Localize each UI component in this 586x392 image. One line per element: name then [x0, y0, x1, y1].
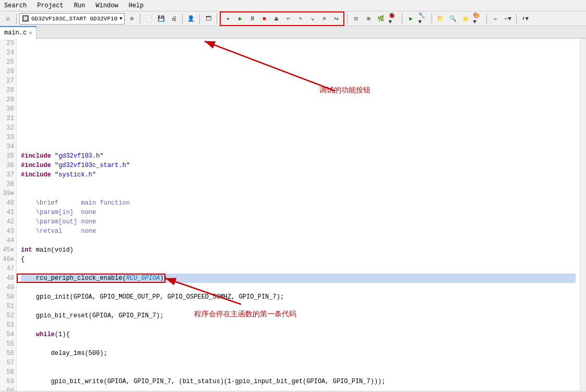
- code-line: while(1){: [21, 330, 576, 339]
- sep1: [16, 14, 17, 24]
- search-button[interactable]: 👤: [185, 13, 197, 25]
- editor-container: 2324252627282930313233343536373839⊕40414…: [0, 39, 586, 391]
- disconnect-button[interactable]: ⏏: [270, 13, 282, 25]
- code-line: [21, 57, 576, 67]
- code-line: #include "gd32vf103c_start.h": [21, 161, 576, 170]
- more-button[interactable]: ⋯▼: [502, 13, 513, 25]
- code-line: rcu_periph_clock_enable(RCU_GPIOA);: [21, 274, 576, 283]
- code-line: \retval none: [21, 227, 576, 236]
- menu-window[interactable]: Window: [93, 2, 120, 10]
- run-opts-button[interactable]: 🔧▼: [417, 13, 429, 25]
- instruction-step-button[interactable]: ≡: [318, 13, 330, 25]
- code-line: [21, 320, 576, 330]
- print-button[interactable]: 🖨: [168, 13, 180, 25]
- chevron-down-icon: ▼: [119, 16, 122, 21]
- debug-opts-button[interactable]: 🐞▼: [388, 13, 399, 25]
- sep5: [217, 14, 217, 24]
- code-line: [21, 133, 576, 142]
- step-into2-button[interactable]: ↘: [306, 13, 318, 25]
- sep10: [516, 14, 517, 24]
- code-line: {: [21, 255, 576, 264]
- menu-help[interactable]: Help: [126, 2, 146, 10]
- code-line: [21, 189, 576, 198]
- code-line: [21, 180, 576, 189]
- step-into-button[interactable]: ▸: [222, 13, 234, 25]
- code-line: delay_1ms(500);: [21, 349, 576, 358]
- code-line: [21, 95, 576, 104]
- menu-run[interactable]: Run: [72, 2, 88, 10]
- sep7: [402, 14, 402, 24]
- open-tasks-button[interactable]: 🌿: [375, 13, 387, 25]
- code-line: gpio_bit_write(GPIOA, GPIO_PIN_7, (bit_s…: [21, 377, 576, 386]
- code-area[interactable]: #include "gd32vf103.h"#include "gd32vf10…: [17, 39, 580, 391]
- edit-button[interactable]: ✏: [489, 13, 501, 25]
- code-line: gpio_init(GPIOA, GPIO_MODE_OUT_PP, GPIO_…: [21, 292, 576, 302]
- code-line: [21, 39, 576, 48]
- code-line: int main(void): [21, 245, 576, 255]
- code-line: [21, 114, 576, 123]
- tab-main-c[interactable]: main.c ✕: [0, 26, 37, 39]
- run-button[interactable]: ▶: [405, 13, 416, 25]
- code-line: gpio_bit_reset(GPIOA, GPIO_PIN_7);: [21, 311, 576, 320]
- device-icon: 🔲: [22, 15, 29, 22]
- code-line: [21, 339, 576, 349]
- tab-bar: main.c ✕: [0, 26, 586, 39]
- code-line: \brief main function: [21, 198, 576, 208]
- code-line: \param[out] none: [21, 217, 576, 227]
- step-over-button[interactable]: ↷: [294, 13, 306, 25]
- open-button[interactable]: 📁: [435, 13, 446, 25]
- device-name: GD32VF103C_START GD32VF10: [31, 16, 117, 22]
- sep9: [486, 14, 487, 24]
- app-window: Search Project Run Window Help ☑ 🔲 GD32V…: [0, 0, 586, 392]
- jump-to-button[interactable]: ↪: [330, 13, 342, 25]
- sep2: [140, 14, 140, 24]
- device-selector[interactable]: 🔲 GD32VF103C_START GD32VF10 ▼: [19, 13, 125, 25]
- download-button[interactable]: ⬇▼: [519, 13, 531, 25]
- search2-button[interactable]: 🔍: [447, 13, 459, 25]
- save-button[interactable]: 💾: [156, 13, 167, 25]
- code-line: [21, 236, 576, 245]
- debug-toolbar: ▸ ▶ ⏸ ■ ⏏ ↩ ↷ ↘ ≡ ↪: [220, 11, 344, 26]
- toolbar-row1: ☑ 🔲 GD32VF103C_START GD32VF10 ▼ ⚙ 📄 💾 🖨 …: [0, 11, 586, 26]
- step-return-button[interactable]: ↩: [282, 13, 294, 25]
- code-line: [21, 283, 576, 292]
- tab-close-icon[interactable]: ✕: [29, 30, 32, 36]
- suspend-button[interactable]: ⏸: [246, 13, 258, 25]
- code-line: [21, 358, 576, 367]
- debug-annotation-label: 调试的功能按钮: [319, 86, 370, 95]
- gear-icon[interactable]: ⚙: [126, 13, 137, 25]
- code-line: [21, 48, 576, 57]
- sep4: [199, 14, 200, 24]
- expressions-button[interactable]: ⊞: [363, 13, 374, 25]
- star-button[interactable]: ⭐: [460, 13, 471, 25]
- code-line: [21, 86, 576, 95]
- code-line: #include "gd32vf103.h": [21, 151, 576, 161]
- sep8: [432, 14, 432, 24]
- stop-annotation-label: 程序会停在主函数的第一条代码: [194, 310, 296, 319]
- code-line: [21, 104, 576, 114]
- code-line: \param[in] none: [21, 208, 576, 217]
- properties-button[interactable]: 🗔: [202, 13, 214, 25]
- vertical-scrollbar[interactable]: [580, 39, 586, 391]
- code-line: [21, 67, 576, 76]
- code-line: [21, 142, 576, 151]
- line-numbers: 2324252627282930313233343536373839⊕40414…: [0, 39, 17, 391]
- code-line: [21, 264, 576, 274]
- sep6: [347, 14, 348, 24]
- resume-button[interactable]: ▶: [234, 13, 246, 25]
- toolbar-check[interactable]: ☑: [2, 13, 14, 25]
- code-line: [21, 123, 576, 133]
- new-file-button[interactable]: 📄: [143, 13, 154, 25]
- sep3: [182, 14, 183, 24]
- code-line: #include "systick.h": [21, 170, 576, 180]
- paint-button[interactable]: 🎨▼: [472, 13, 484, 25]
- menu-bar: Search Project Run Window Help: [0, 0, 586, 11]
- code-line: [21, 76, 576, 86]
- menu-project[interactable]: Project: [35, 2, 65, 10]
- breakpoints-button[interactable]: ⊡: [350, 13, 362, 25]
- stop-button[interactable]: ■: [258, 13, 270, 25]
- code-line: [21, 367, 576, 377]
- code-line: [21, 386, 576, 391]
- menu-search[interactable]: Search: [2, 2, 29, 10]
- tab-filename: main.c: [4, 29, 27, 37]
